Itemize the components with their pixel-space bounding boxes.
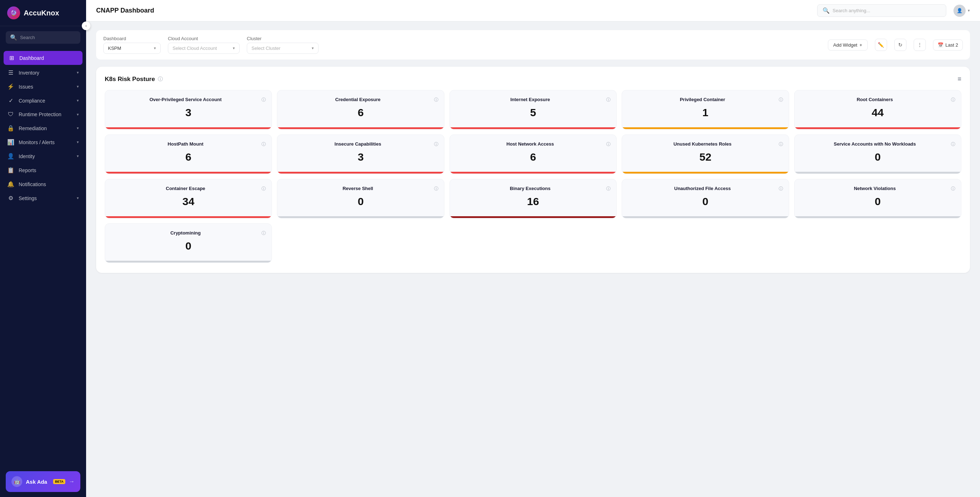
sidebar-item-monitors[interactable]: 📊 Monitors / Alerts ▾: [0, 135, 86, 149]
dashboard-icon: ⊞: [8, 54, 15, 61]
chevron-down-icon: ▾: [77, 196, 79, 200]
more-options-button[interactable]: ⋮: [914, 39, 926, 51]
risk-card-unauthorized-file-access[interactable]: Unauthorized File Access ⓘ 0: [622, 179, 789, 218]
info-icon[interactable]: ⓘ: [261, 141, 266, 148]
cloud-account-select[interactable]: Select Cloud Account ▾: [168, 43, 240, 54]
risk-card-container-escape[interactable]: Container Escape ⓘ 34: [105, 179, 272, 218]
sidebar-item-label: Dashboard: [19, 55, 78, 61]
sidebar-item-label: Notifications: [19, 181, 79, 187]
chevron-down-icon: ▾: [154, 46, 156, 51]
reports-icon: 📋: [7, 167, 14, 173]
risk-card-value-insecure-capabilities: 3: [283, 151, 438, 163]
risk-card-header: Over-Privileged Service Account ⓘ: [111, 97, 266, 103]
sidebar-item-identity[interactable]: 👤 Identity ▾: [0, 149, 86, 163]
sidebar-collapse-button[interactable]: ‹: [82, 22, 91, 30]
risk-card-credential-exposure[interactable]: Credential Exposure ⓘ 6: [277, 90, 444, 129]
avatar-circle: 👤: [953, 5, 966, 17]
risk-card-over-privileged[interactable]: Over-Privileged Service Account ⓘ 3: [105, 90, 272, 129]
info-icon[interactable]: ⓘ: [434, 186, 438, 192]
sidebar-item-issues[interactable]: ⚡ Issues ▾: [0, 79, 86, 94]
info-icon[interactable]: ⓘ: [261, 186, 266, 192]
sidebar-item-notifications[interactable]: 🔔 Notifications: [0, 177, 86, 191]
info-icon[interactable]: ⓘ: [951, 141, 955, 148]
sidebar-item-compliance[interactable]: ✓ Compliance ▾: [0, 94, 86, 108]
chevron-down-icon: ▾: [77, 154, 79, 159]
plus-icon: +: [859, 42, 862, 48]
sidebar-item-settings[interactable]: ⚙ Settings ▾: [0, 191, 86, 205]
risk-card-internet-exposure[interactable]: Internet Exposure ⓘ 5: [449, 90, 617, 129]
risk-card-bar-unused-kubernetes-roles: [622, 172, 788, 173]
edit-button[interactable]: ✏️: [875, 39, 887, 51]
sidebar-logo: 🔮 AccuKnox: [0, 0, 86, 26]
risk-card-header: Unused Kubernetes Roles ⓘ: [628, 141, 783, 148]
risk-card-cryptomining[interactable]: Cryptomining ⓘ 0: [105, 223, 272, 263]
info-icon[interactable]: ⓘ: [951, 186, 955, 192]
risk-card-header: Internet Exposure ⓘ: [455, 97, 611, 103]
risk-card-title-network-violations: Network Violations: [800, 186, 950, 192]
user-avatar[interactable]: 👤 ▾: [953, 5, 970, 17]
add-widget-button[interactable]: Add Widget +: [828, 40, 868, 51]
sidebar-item-remediation[interactable]: 🔒 Remediation ▾: [0, 121, 86, 135]
sidebar-item-inventory[interactable]: ☰ Inventory ▾: [0, 66, 86, 79]
global-search[interactable]: 🔍: [817, 4, 946, 17]
risk-card-header: Insecure Capabilities ⓘ: [283, 141, 438, 148]
topbar-actions: 👤 ▾: [953, 5, 970, 17]
info-icon[interactable]: ⓘ: [779, 186, 783, 192]
search-input[interactable]: [20, 35, 76, 40]
refresh-button[interactable]: ↻: [894, 39, 907, 51]
widget-header-right: ≡: [958, 75, 961, 83]
risk-card-title-unauthorized-file-access: Unauthorized File Access: [628, 186, 777, 192]
sidebar-item-runtime[interactable]: 🛡 Runtime Protection ▾: [0, 108, 86, 121]
date-range-button[interactable]: 📅 Last 2: [933, 40, 963, 51]
risk-card-binary-executions[interactable]: Binary Executions ⓘ 16: [449, 179, 617, 218]
risk-card-title-hostpath-mount: HostPath Mount: [111, 141, 260, 148]
info-icon[interactable]: ⓘ: [434, 97, 438, 103]
risk-card-reverse-shell[interactable]: Reverse Shell ⓘ 0: [277, 179, 444, 218]
risk-card-bar-binary-executions: [450, 216, 616, 218]
cloud-account-filter-group: Cloud Account Select Cloud Account ▾: [168, 36, 240, 54]
sidebar-item-reports[interactable]: 📋 Reports: [0, 163, 86, 177]
risk-card-host-network-access[interactable]: Host Network Access ⓘ 6: [449, 135, 617, 174]
risk-card-privileged-container[interactable]: Privileged Container ⓘ 1: [622, 90, 789, 129]
risk-card-value-network-violations: 0: [800, 195, 955, 208]
cloud-account-placeholder: Select Cloud Account: [173, 46, 217, 51]
info-icon[interactable]: ⓘ: [606, 141, 611, 148]
risk-card-service-accounts-no-workloads[interactable]: Service Accounts with No Workloads ⓘ 0: [794, 135, 961, 174]
risk-card-title-cryptomining: Cryptomining: [111, 230, 260, 236]
info-icon[interactable]: ⓘ: [779, 97, 783, 103]
main-scroll-area: Dashboard KSPM ▾ Cloud Account Select Cl…: [86, 22, 980, 497]
risk-card-network-violations[interactable]: Network Violations ⓘ 0: [794, 179, 961, 218]
logo-icon: 🔮: [7, 6, 20, 19]
cluster-placeholder: Select Cluster: [251, 46, 280, 51]
info-icon[interactable]: ⓘ: [606, 97, 611, 103]
risk-card-bar-hostpath-mount: [105, 172, 272, 173]
dashboard-select[interactable]: KSPM ▾: [103, 43, 161, 54]
chevron-down-icon: ▾: [77, 140, 79, 144]
cluster-select[interactable]: Select Cluster ▾: [247, 43, 318, 54]
risk-card-header: Binary Executions ⓘ: [455, 186, 611, 192]
dashboard-filter-label: Dashboard: [103, 36, 161, 41]
calendar-icon: 📅: [938, 42, 943, 48]
filter-lines-icon[interactable]: ≡: [958, 75, 961, 83]
risk-card-unused-kubernetes-roles[interactable]: Unused Kubernetes Roles ⓘ 52: [622, 135, 789, 174]
sidebar-item-dashboard[interactable]: ⊞ Dashboard: [3, 51, 83, 65]
risk-card-hostpath-mount[interactable]: HostPath Mount ⓘ 6: [105, 135, 272, 174]
info-icon[interactable]: ⓘ: [261, 230, 266, 236]
chevron-down-icon: ▾: [77, 112, 79, 117]
sidebar-search-container[interactable]: 🔍: [6, 31, 80, 44]
risk-card-title-service-accounts-no-workloads: Service Accounts with No Workloads: [800, 141, 950, 148]
info-icon[interactable]: ⓘ: [779, 141, 783, 148]
info-icon[interactable]: ⓘ: [606, 186, 611, 192]
sidebar-item-label: Reports: [19, 167, 79, 173]
search-input[interactable]: [832, 8, 941, 13]
risk-card-insecure-capabilities[interactable]: Insecure Capabilities ⓘ 3: [277, 135, 444, 174]
inventory-icon: ☰: [7, 69, 14, 76]
risk-card-root-containers[interactable]: Root Containers ⓘ 44: [794, 90, 961, 129]
info-icon[interactable]: ⓘ: [951, 97, 955, 103]
search-icon: 🔍: [822, 7, 830, 14]
risk-card-title-host-network-access: Host Network Access: [455, 141, 605, 148]
ask-ada-button[interactable]: 🤖 Ask Ada BETA →: [6, 471, 80, 492]
info-icon[interactable]: ⓘ: [434, 141, 438, 148]
info-icon[interactable]: ⓘ: [261, 97, 266, 103]
info-icon[interactable]: ⓘ: [158, 76, 163, 83]
